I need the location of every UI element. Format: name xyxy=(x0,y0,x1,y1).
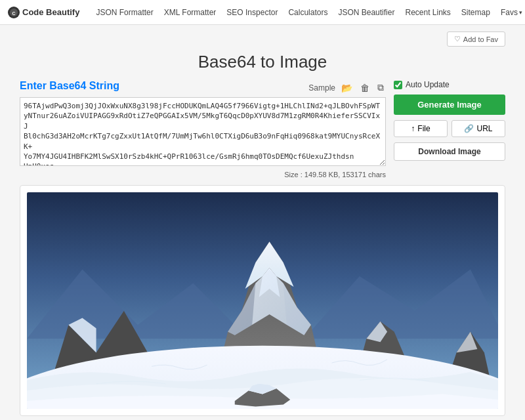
main-area: Enter Base64 String Sample 📂 🗑 ⧉ 96TAjwd… xyxy=(20,80,505,178)
clear-button[interactable]: 🗑 xyxy=(358,81,371,94)
page-wrap: ♡ Add to Fav Base64 to Image Enter Base6… xyxy=(13,25,512,420)
base64-input[interactable]: 96TAjwdPwQ3omj3QjJOxWxuNX8g3l98jFccHODUK… xyxy=(20,97,386,166)
auto-update-checkbox[interactable] xyxy=(394,81,402,89)
right-panel: Auto Update Generate Image ↑ File 🔗 URL … xyxy=(394,80,505,161)
file-url-row: ↑ File 🔗 URL xyxy=(394,120,505,137)
trash-icon: 🗑 xyxy=(360,83,369,93)
add-to-fav-button[interactable]: ♡ Add to Fav xyxy=(447,32,505,47)
nav-sitemap[interactable]: Sitemap xyxy=(457,5,495,20)
image-preview-wrap xyxy=(20,185,505,416)
chevron-down-icon: ▾ xyxy=(519,9,522,16)
url-label: URL xyxy=(476,124,492,133)
copy-button[interactable]: ⧉ xyxy=(375,81,386,94)
open-folder-button[interactable]: 📂 xyxy=(339,81,354,94)
nav-favs[interactable]: Favs ▾ xyxy=(496,5,525,20)
section-title: Enter Base64 String xyxy=(20,80,119,92)
open-folder-icon: 📂 xyxy=(341,83,352,93)
url-button[interactable]: 🔗 URL xyxy=(452,120,505,137)
auto-update-row: Auto Update xyxy=(394,80,505,89)
nav-json-beautifier[interactable]: JSON Beautifier xyxy=(333,5,399,20)
file-button[interactable]: ↑ File xyxy=(394,120,448,137)
generate-image-button[interactable]: Generate Image xyxy=(394,94,505,115)
download-side-button[interactable]: Download Image xyxy=(394,142,505,161)
sample-label[interactable]: Sample xyxy=(308,83,335,93)
add-fav-label: Add to Fav xyxy=(463,35,498,43)
file-label: File xyxy=(417,124,430,133)
brand-icon: C xyxy=(8,7,20,18)
nav-calculators[interactable]: Calculators xyxy=(284,5,332,20)
size-info: Size : 149.58 KB, 153171 chars xyxy=(20,171,386,178)
textarea-actions: Sample 📂 🗑 ⧉ xyxy=(308,81,386,94)
nav-seo-inspector[interactable]: SEO Inspector xyxy=(222,5,282,20)
page-title: Base64 to Image xyxy=(20,52,505,72)
navbar: C Code Beautify JSON Formatter XML Forma… xyxy=(0,0,525,25)
header-actions: ♡ Add to Fav xyxy=(20,32,505,47)
brand-name: Code Beautify xyxy=(22,7,79,17)
textarea-bar: Enter Base64 String Sample 📂 🗑 ⧉ xyxy=(20,80,386,95)
heart-icon: ♡ xyxy=(454,35,461,43)
brand: C Code Beautify xyxy=(8,7,79,18)
link-icon: 🔗 xyxy=(464,124,474,133)
svg-text:C: C xyxy=(12,10,15,15)
nav-links: JSON Formatter XML Formatter SEO Inspect… xyxy=(91,5,525,20)
image-preview xyxy=(27,192,498,409)
auto-update-label: Auto Update xyxy=(406,80,450,89)
nav-recent-links[interactable]: Recent Links xyxy=(400,5,455,20)
upload-icon: ↑ xyxy=(411,124,415,133)
copy-icon: ⧉ xyxy=(377,82,384,93)
nav-json-formatter[interactable]: JSON Formatter xyxy=(91,5,158,20)
left-panel: Enter Base64 String Sample 📂 🗑 ⧉ 96TAjwd… xyxy=(20,80,386,178)
nav-xml-formatter[interactable]: XML Formatter xyxy=(159,5,221,20)
